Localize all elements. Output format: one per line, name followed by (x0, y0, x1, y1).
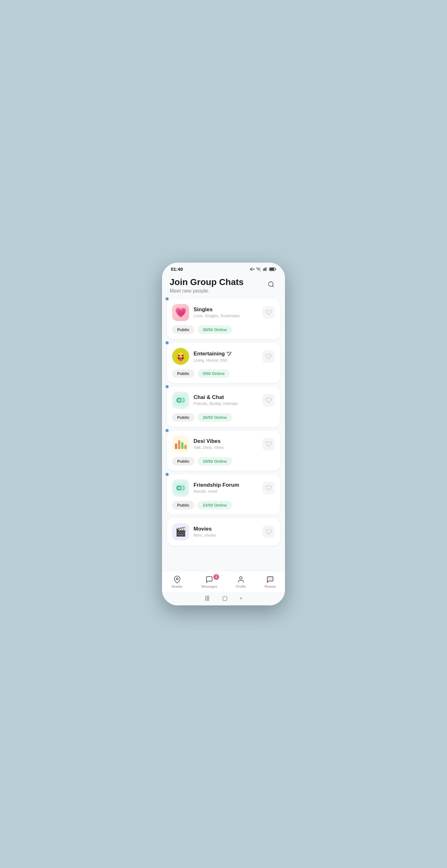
blue-dot (166, 473, 169, 476)
group-bottom-chai: Public 26/50 Online (172, 413, 275, 422)
group-bottom-desi: Public 19/50 Online (172, 457, 275, 466)
heart-icon-chai (266, 397, 272, 403)
group-bottom-singles: Public 38/50 Online (172, 326, 275, 334)
svg-point-10 (269, 282, 273, 287)
group-icon-chai (172, 392, 189, 409)
nearby-icon (173, 576, 181, 584)
group-name-desi: Desi Vibes (194, 438, 258, 444)
svg-marker-0 (250, 268, 252, 271)
group-top: Chai & Chat Friends, Buddy, Intimate (172, 392, 275, 409)
group-top: Desi Vibes Talk, Desi, Vibes (172, 436, 275, 453)
status-icons (250, 267, 276, 272)
like-button-friendship[interactable] (262, 482, 275, 494)
blue-dot (166, 297, 169, 301)
blue-dot (167, 518, 169, 520)
header-text: Join Group Chats Meet new people. (170, 277, 244, 294)
group-card-friendship[interactable]: Friendship Forum friends, meet Public 23… (167, 474, 280, 515)
badge-public-chai: Public (172, 413, 195, 422)
group-icon-desi (172, 436, 189, 453)
status-time: 01:40 (171, 267, 183, 272)
nav-label-rooms: Rooms (265, 585, 276, 588)
messages-icon (205, 576, 213, 584)
blue-dot (166, 341, 169, 344)
group-icon-friendship (172, 479, 189, 496)
nav-back-icon[interactable]: ||| (205, 595, 209, 601)
group-card-singles[interactable]: 💗 Singles Love, Singles, Soulmates Publi… (167, 299, 280, 339)
group-card-movies[interactable]: 🎬 Movies films, shows (167, 518, 280, 546)
home-bar: ||| ▢ ‹ (162, 592, 285, 606)
svg-rect-5 (266, 267, 266, 271)
group-info-entertaining: Entertaining ツ Lively, Humor, hhh (194, 350, 258, 363)
svg-rect-9 (275, 269, 276, 270)
group-tags-movies: films, shows (194, 533, 258, 537)
group-tags-friendship: friends, meet (194, 489, 258, 494)
header: Join Group Chats Meet new people. (162, 272, 285, 298)
svg-point-26 (176, 578, 178, 580)
nav-item-nearby[interactable]: Nearby (166, 574, 187, 590)
badge-public-entertaining: Public (172, 369, 195, 378)
nav-label-nearby: Nearby (171, 585, 182, 588)
rooms-icon (266, 576, 274, 584)
badge-online-friendship: 23/50 Online (198, 501, 232, 509)
heart-icon-entertaining (266, 353, 272, 360)
nav-recent-icon[interactable]: ‹ (240, 595, 242, 601)
like-button-movies[interactable] (262, 526, 275, 538)
svg-rect-4 (265, 268, 265, 271)
badge-online-chai: 26/50 Online (198, 413, 232, 422)
bottom-navigation: Nearby 2 Messages Profile (162, 571, 285, 592)
group-top: 😝 Entertaining ツ Lively, Humor, hhh (172, 348, 275, 365)
blue-dot (166, 385, 169, 388)
group-card-chai[interactable]: Chai & Chat Friends, Buddy, Intimate Pub… (167, 386, 280, 427)
group-name-friendship: Friendship Forum (194, 482, 258, 488)
svg-point-24 (178, 487, 180, 489)
badge-online-desi: 19/50 Online (198, 457, 232, 466)
phone-frame: 01:40 Join Group Chats Meet new people. (162, 262, 285, 606)
nav-item-messages[interactable]: 2 Messages (196, 574, 222, 590)
heart-icon-movies (266, 529, 272, 535)
group-info-friendship: Friendship Forum friends, meet (194, 482, 258, 494)
nav-item-profile[interactable]: Profile (231, 574, 251, 590)
group-tags-desi: Talk, Desi, Vibes (194, 445, 258, 450)
group-tags-chai: Friends, Buddy, Intimate (194, 401, 258, 406)
notch (201, 262, 246, 272)
group-bottom-friendship: Public 23/50 Online (172, 501, 275, 509)
group-card-entertaining[interactable]: 😝 Entertaining ツ Lively, Humor, hhh Publ… (167, 343, 280, 383)
like-button-singles[interactable] (262, 306, 275, 319)
nav-item-rooms[interactable]: Rooms (260, 574, 281, 590)
nav-home-icon[interactable]: ▢ (222, 595, 228, 601)
heart-icon-friendship (266, 485, 272, 491)
like-button-desi[interactable] (262, 438, 275, 451)
svg-line-11 (272, 286, 274, 287)
like-button-chai[interactable] (262, 394, 275, 407)
group-tags-singles: Love, Singles, Soulmates (194, 313, 258, 318)
heart-icon-desi (266, 441, 272, 447)
page-subtitle: Meet new people. (170, 288, 244, 294)
group-tags-entertaining: Lively, Humor, hhh (194, 358, 258, 363)
svg-point-18 (182, 400, 183, 401)
group-name-entertaining: Entertaining ツ (194, 350, 258, 357)
groups-list: 💗 Singles Love, Singles, Soulmates Publi… (162, 298, 285, 571)
badge-public-desi: Public (172, 457, 195, 466)
group-top: 💗 Singles Love, Singles, Soulmates (172, 304, 275, 321)
group-info-chai: Chai & Chat Friends, Buddy, Intimate (194, 394, 258, 406)
svg-rect-6 (267, 267, 267, 271)
group-card-desi[interactable]: Desi Vibes Talk, Desi, Vibes Public 19/5… (167, 431, 280, 471)
group-name-chai: Chai & Chat (194, 394, 258, 401)
group-icon-entertaining: 😝 (172, 348, 189, 365)
group-info-movies: Movies films, shows (194, 526, 258, 537)
group-bottom-entertaining: Public 5/50 Online (172, 369, 275, 378)
group-top: 🎬 Movies films, shows (172, 523, 275, 540)
group-icon-singles: 💗 (172, 304, 189, 321)
badge-public-friendship: Public (172, 501, 195, 509)
group-name-movies: Movies (194, 526, 258, 532)
group-top: Friendship Forum friends, meet (172, 479, 275, 496)
page-title: Join Group Chats (170, 277, 244, 287)
like-button-entertaining[interactable] (262, 350, 275, 363)
blue-dot (166, 429, 169, 432)
group-icon-movies: 🎬 (172, 523, 189, 540)
search-button[interactable] (265, 278, 277, 291)
phone-content: Join Group Chats Meet new people. 💗 (162, 272, 285, 606)
profile-icon (237, 576, 245, 584)
svg-point-27 (240, 577, 242, 579)
badge-online-singles: 38/50 Online (198, 326, 232, 334)
